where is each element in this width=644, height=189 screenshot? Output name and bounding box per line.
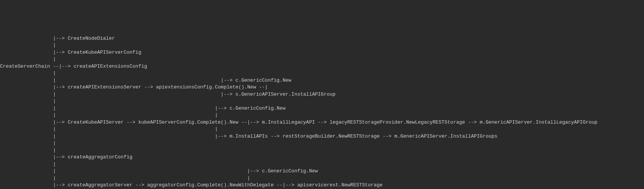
diagram-line-7: |--> createAPIExtensionsServer --> apiex…: [0, 84, 268, 90]
diagram-line-9: |: [0, 98, 56, 104]
diagram-line-6: | |--> c.GenericConfig.New: [0, 77, 291, 83]
diagram-line-1: |: [0, 42, 56, 48]
diagram-line-3: |: [0, 56, 56, 62]
diagram-line-16: |: [0, 147, 56, 153]
diagram-line-20: | |: [0, 175, 250, 181]
diagram-line-18: |: [0, 161, 56, 167]
diagram-line-2: |--> CreateKubeAPIServerConfig: [0, 50, 141, 55]
diagram-line-17: |--> createAggregatorConfig: [0, 154, 132, 160]
diagram-line-11: | |: [0, 112, 218, 118]
diagram-line-19: | |--> c.GenericConfig.New: [0, 168, 318, 174]
diagram-line-21: |--> createAggregatorServer --> aggregat…: [0, 182, 383, 188]
call-tree-diagram: |--> CreateNodeDialer | |--> CreateKubeA…: [0, 28, 644, 189]
diagram-line-0: |--> CreateNodeDialer: [0, 36, 115, 41]
diagram-line-15: |: [0, 140, 56, 146]
diagram-line-4: CreateServerChain --|--> createAPIExtens…: [0, 64, 147, 69]
diagram-line-12: |--> CreateKubeAPIServer --> kubeAPIServ…: [0, 119, 598, 125]
diagram-line-5: |: [0, 70, 56, 76]
diagram-line-8: | |--> s.GenericAPIServer.InstallAPIGrou…: [0, 91, 335, 97]
diagram-line-10: | |--> c.GenericConfig.New: [0, 105, 286, 111]
diagram-line-13: | |: [0, 126, 218, 132]
diagram-line-14: | |--> m.InstallAPIs --> restStorageBuil…: [0, 133, 497, 139]
